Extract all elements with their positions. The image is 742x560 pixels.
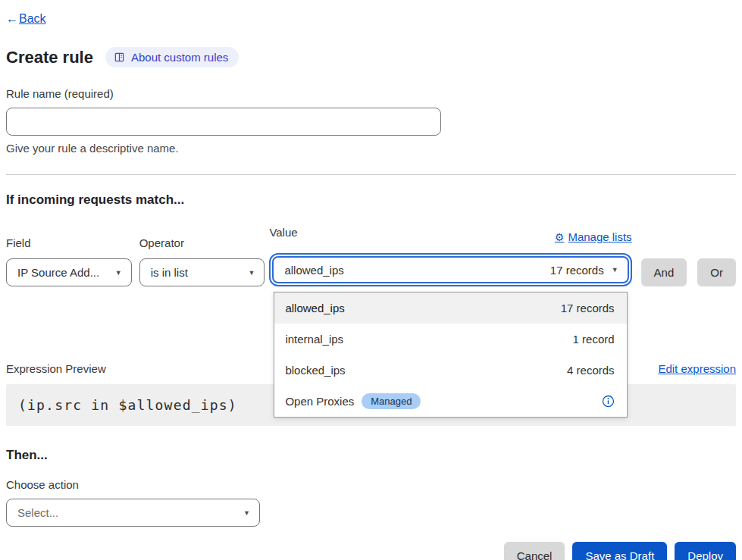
expression-preview-label: Expression Preview — [6, 362, 106, 375]
about-custom-rules-label: About custom rules — [131, 51, 228, 64]
list-option-name: blocked_ips — [285, 364, 345, 377]
chevron-down-icon: ▼ — [612, 266, 618, 274]
value-select[interactable]: allowed_ips 17 records ▼ — [272, 256, 628, 283]
value-select-focus-ring: allowed_ips 17 records ▼ — [269, 253, 631, 286]
manage-lists-label: Manage lists — [568, 230, 631, 243]
value-select-count: 17 records — [550, 264, 604, 277]
rule-name-helper: Give your rule a descriptive name. — [6, 142, 736, 155]
list-option-open-proxies[interactable]: Open Proxies Managed — [274, 386, 626, 417]
book-icon — [114, 52, 125, 63]
expression-code: (ip.src in $allowed_ips) — [18, 397, 237, 413]
operator-select[interactable]: is in list ▼ — [139, 258, 265, 286]
back-link-label: Back — [19, 12, 46, 25]
then-heading: Then... — [6, 448, 736, 463]
action-select[interactable]: Select... ▼ — [6, 499, 260, 527]
section-divider — [6, 174, 736, 175]
value-header: Value ⚙Manage lists — [269, 226, 631, 248]
value-group: Value ⚙Manage lists allowed_ips 17 recor… — [269, 226, 631, 286]
chevron-down-icon: ▼ — [115, 269, 122, 277]
chevron-down-icon: ▼ — [243, 509, 250, 517]
value-select-value: allowed_ips — [284, 264, 343, 277]
left-arrow-icon: ← — [6, 12, 18, 26]
chevron-down-icon: ▼ — [248, 269, 255, 277]
field-label: Field — [6, 236, 132, 249]
save-as-draft-button[interactable]: Save as Draft — [572, 542, 667, 560]
list-option-blocked-ips[interactable]: blocked_ips 4 records — [274, 355, 626, 386]
manage-lists-link[interactable]: ⚙Manage lists — [555, 230, 632, 243]
list-option-left: Open Proxies Managed — [285, 393, 421, 409]
and-button[interactable]: And — [641, 258, 687, 286]
list-option-count: 17 records — [561, 302, 615, 314]
operator-label: Operator — [139, 236, 265, 249]
deploy-button[interactable]: Deploy — [675, 542, 736, 560]
operator-select-value: is in list — [151, 266, 188, 279]
field-group: Field IP Source Add... ▼ — [6, 236, 132, 286]
match-heading: If incoming requests match... — [6, 192, 736, 208]
rule-name-input[interactable] — [6, 108, 441, 136]
field-select-value: IP Source Add... — [17, 266, 99, 279]
list-dropdown-panel: allowed_ips 17 records internal_ips 1 re… — [274, 292, 627, 418]
list-option-count: 1 record — [573, 333, 615, 346]
choose-action-label: Choose action — [6, 478, 736, 491]
value-select-right: 17 records ▼ — [550, 264, 618, 277]
edit-expression-link[interactable]: Edit expression — [658, 362, 736, 375]
back-row: ←Back — [6, 12, 736, 26]
action-select-placeholder: Select... — [17, 506, 58, 519]
cancel-button[interactable]: Cancel — [504, 542, 565, 560]
list-option-allowed-ips[interactable]: allowed_ips 17 records — [274, 293, 626, 324]
about-custom-rules-link[interactable]: About custom rules — [105, 47, 239, 67]
rule-name-label: Rule name (required) — [6, 87, 736, 100]
value-select-wrap: allowed_ips 17 records ▼ allowed_ips 17 … — [269, 253, 631, 286]
create-rule-page: ←Back Create rule About custom rules Rul… — [0, 12, 742, 560]
or-button[interactable]: Or — [697, 258, 736, 286]
field-select[interactable]: IP Source Add... ▼ — [6, 258, 132, 286]
info-icon[interactable] — [602, 395, 615, 408]
match-condition-row: Field IP Source Add... ▼ Operator is in … — [6, 226, 736, 286]
managed-badge: Managed — [362, 393, 421, 409]
list-option-name: internal_ips — [285, 333, 343, 346]
list-option-name: Open Proxies — [285, 395, 354, 408]
list-option-internal-ips[interactable]: internal_ips 1 record — [274, 324, 626, 355]
list-option-count: 4 records — [567, 364, 615, 377]
value-label: Value — [269, 226, 297, 239]
list-option-name: allowed_ips — [285, 302, 344, 314]
back-link[interactable]: ←Back — [6, 12, 46, 25]
operator-group: Operator is in list ▼ — [139, 236, 265, 286]
gear-icon: ⚙ — [555, 231, 565, 243]
footer-actions: Cancel Save as Draft Deploy — [6, 542, 736, 560]
title-row: Create rule About custom rules — [6, 47, 736, 67]
page-title: Create rule — [6, 48, 93, 67]
